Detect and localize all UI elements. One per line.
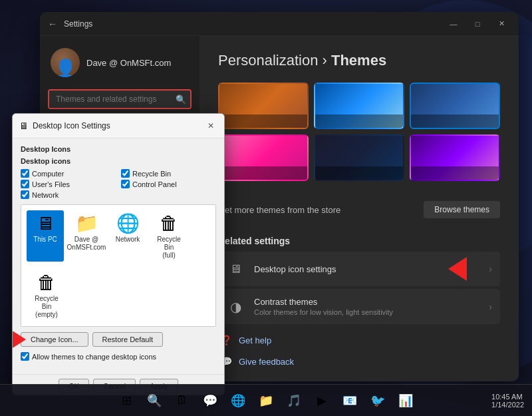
contrast-themes-desc: Color themes for low vision, light sensi… [254,308,479,316]
theme-tile-win11[interactable] [410,83,500,129]
get-more-themes-bar: Get more themes from the store Browse th… [218,194,500,225]
allow-themes-checkbox[interactable]: Allow themes to change desktop icons [21,352,216,361]
allow-themes-input[interactable] [21,352,29,361]
get-help-link[interactable]: ❓ Get help [218,329,500,351]
taskbar-twitter[interactable]: 🐦 [366,389,390,413]
taskbar-explorer[interactable]: 📁 [254,389,278,413]
taskbar: ⊞ 🔍 🗓 💬 🌐 📁 🎵 ▶ 📧 🐦 📊 10:45 AM1/14/2022 [0,384,532,416]
settings-main: Personalization › Themes [200,36,519,381]
page-header: Personalization › Themes [218,52,500,69]
desktop-icons-section-title: Desktop Icons [21,145,216,153]
desktop-icons-label: Desktop icons [21,157,216,165]
checkbox-computer[interactable]: Computer [21,169,116,178]
give-feedback-link[interactable]: 💬 Give feedback [218,351,500,372]
taskbar-spotify[interactable]: 🎵 [282,389,306,413]
desktop-icon-settings-icon: 🖥 [226,260,245,278]
taskbar-start-button[interactable]: ⊞ [114,389,138,413]
get-themes-text: Get more themes from the store [218,205,340,215]
taskbar-task-view[interactable]: 🗓 [170,389,194,413]
checkbox-network[interactable]: Network [21,190,116,199]
icon-preview-grid: 🖥 This PC 📁 Dave @OnMSFt.com 🌐 Network 🗑… [21,204,216,327]
breadcrumb-current: Themes [331,52,386,69]
dialog-title-icon: 🖥 [19,120,29,131]
theme-grid [218,83,500,181]
contrast-icon: ◑ [226,298,245,316]
help-links: ❓ Get help 💬 Give feedback [218,329,500,372]
checkbox-users-files[interactable]: User's Files [21,180,116,188]
taskbar-play[interactable]: ▶ [310,389,334,413]
red-arrow-main [448,257,467,281]
close-button[interactable]: ✕ [492,17,511,31]
system-clock: 10:45 AM1/14/2022 [491,393,524,409]
theme-tile-blue[interactable] [314,83,404,129]
username: Dave @ OnMSFt.com [86,58,171,68]
theme-tile-purple[interactable] [410,134,500,181]
dialog-titlebar: 🖥 Desktop Icon Settings ✕ [13,114,224,138]
restore-default-button[interactable]: Restore Default [92,332,163,347]
breadcrumb-pre: Personalization › [218,52,331,69]
search-icon[interactable]: 🔍 [176,95,186,104]
checkbox-network-input[interactable] [21,190,29,199]
theme-tile-dark[interactable] [314,134,404,181]
icon-action-buttons: Change Icon... Restore Default [21,332,216,347]
window-controls: — □ ✕ [444,17,511,31]
taskbar-system-tray: 10:45 AM1/14/2022 [491,393,524,409]
chevron-right-icon: › [489,302,492,312]
change-icon-button[interactable]: Change Icon... [21,332,88,347]
desktop-icon-settings-item[interactable]: 🖥 Desktop icon settings › [218,252,500,286]
taskbar-edge[interactable]: 🌐 [226,389,250,413]
browse-themes-button[interactable]: Browse themes [424,201,500,218]
taskbar-icons: ⊞ 🔍 🗓 💬 🌐 📁 🎵 ▶ 📧 🐦 📊 [114,389,418,413]
search-input[interactable] [49,91,190,108]
avatar [51,48,80,77]
minimize-button[interactable]: — [444,17,463,31]
red-arrow-dialog [12,327,26,351]
icon-preview-thispc[interactable]: 🖥 This PC [27,210,64,262]
icon-checkbox-group: Computer Recycle Bin User's Files Contro… [21,169,216,199]
maximize-button[interactable]: □ [468,17,487,31]
icon-preview-recycle-empty[interactable]: 🗑 Recycle Bin(empty) [28,270,65,321]
contrast-themes-title: Contrast themes [254,297,479,307]
theme-tile-pink[interactable] [218,134,309,181]
taskbar-search-button[interactable]: 🔍 [142,389,166,413]
checkbox-control-panel[interactable]: Control Panel [121,180,216,188]
checkbox-computer-input[interactable] [21,169,29,178]
taskbar-mail[interactable]: 📧 [338,389,362,413]
chevron-right-icon: › [489,264,492,274]
checkbox-recycle-bin[interactable]: Recycle Bin [121,169,216,178]
taskbar-chart[interactable]: 📊 [394,389,418,413]
user-section: Dave @ OnMSFt.com [40,41,200,84]
contrast-themes-item[interactable]: ◑ Contrast themes Color themes for low v… [218,289,500,324]
taskbar-widgets[interactable]: 💬 [198,389,222,413]
dialog-body: Desktop Icons Desktop icons Computer Rec… [13,138,224,374]
desktop-icon-settings-title: Desktop icon settings [254,264,479,274]
title-bar: ← Settings — □ ✕ [40,12,519,36]
window-title: Settings [64,19,92,29]
dialog-close-button[interactable]: ✕ [204,119,217,132]
checkbox-users-input[interactable] [21,180,29,188]
search-box[interactable]: 🔍 [48,89,192,109]
checkbox-recycle-input[interactable] [121,169,130,178]
desktop-icon-settings-dialog[interactable]: 🖥 Desktop Icon Settings ✕ Desktop Icons … [12,113,225,395]
icon-preview-recycle-full[interactable]: 🗑 Recycle Bin(full) [150,210,188,262]
allow-themes-label: Allow themes to change desktop icons [32,353,156,361]
get-help-label: Get help [239,335,271,345]
icon-preview-network[interactable]: 🌐 Network [109,210,146,262]
breadcrumb: Personalization › Themes [218,52,386,69]
related-settings-title: Related settings [218,236,500,246]
give-feedback-label: Give feedback [239,357,294,367]
icon-preview-userfiles[interactable]: 📁 Dave @OnMSFt.com [68,210,105,262]
back-button[interactable]: ← [48,19,57,29]
theme-tile-desert[interactable] [218,83,309,129]
dialog-title-text: Desktop Icon Settings [33,121,200,130]
checkbox-control-input[interactable] [121,180,130,188]
